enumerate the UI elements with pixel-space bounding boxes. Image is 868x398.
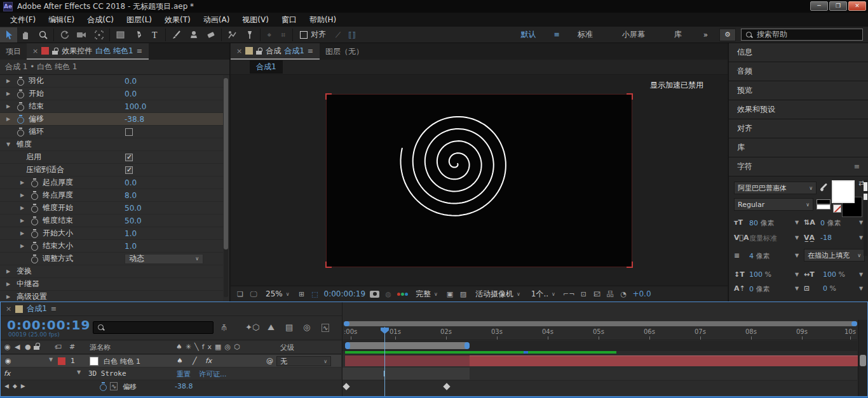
workspace-overflow-icon[interactable]: » (697, 30, 714, 39)
dropdown-caret-icon[interactable]: ▼ (795, 235, 799, 241)
expand-icon[interactable]: ▶ (6, 91, 17, 96)
stopwatch-icon[interactable] (31, 255, 39, 263)
expand-icon[interactable]: ▶ (20, 230, 31, 236)
expand-icon[interactable]: ▶ (6, 269, 17, 274)
grid-guides-icon[interactable]: ⊞ (297, 290, 306, 298)
panel-menu-icon[interactable]: ≡ (51, 305, 57, 313)
collapse-icon[interactable]: ▼ (49, 357, 53, 362)
clone-stamp-tool[interactable] (185, 27, 202, 43)
comp-breadcrumb-chip[interactable]: 合成1 (250, 60, 283, 74)
composition-stage[interactable]: 显示加速已禁用 (231, 75, 728, 286)
timeline-search-box[interactable] (93, 321, 214, 334)
show-channel-icon[interactable] (397, 293, 408, 296)
property-row-end[interactable]: ▶结束100.0 (0, 100, 223, 113)
composition-mini-flowchart-icon[interactable]: ⫚ (222, 322, 227, 333)
magnification-dropdown[interactable]: 25%∨ (262, 289, 293, 299)
stopwatch-icon[interactable] (17, 128, 25, 136)
property-row-end-thickness[interactable]: ▶终点厚度8.0 (0, 189, 223, 202)
menu-view[interactable]: 视图(V) (236, 13, 275, 27)
expand-icon[interactable]: ▶ (20, 218, 31, 223)
expand-icon[interactable]: ▶ (6, 294, 17, 300)
property-value[interactable]: -38.8 (175, 382, 193, 390)
composition-frame[interactable] (326, 94, 632, 267)
expand-icon[interactable]: ▶ (6, 78, 17, 84)
expand-icon[interactable]: ▶ (6, 281, 17, 287)
effect-row[interactable]: fx ▼ 3D Stroke 重置 许可证... (1, 368, 341, 380)
expand-icon[interactable]: ▶ (20, 180, 31, 185)
effects-switch-icon[interactable]: fx (205, 357, 212, 365)
stopwatch-icon[interactable] (17, 102, 25, 111)
camera-dropdown[interactable]: 活动摄像机∨ (472, 288, 524, 300)
effect-controls-scrollbar[interactable] (224, 78, 228, 297)
workspace-settings-icon[interactable]: ⚙ (719, 29, 736, 41)
index-column-icon[interactable]: # (69, 343, 75, 351)
dropdown-caret-icon[interactable]: ▼ (859, 235, 863, 241)
loop-checkbox[interactable] (125, 128, 133, 136)
property-row-compress[interactable]: 压缩到适合 (0, 164, 223, 176)
restore-button[interactable]: ❐ (829, 1, 847, 11)
region-of-interest-icon[interactable]: ⬚ (311, 290, 320, 298)
group-row-repeater[interactable]: ▶中继器 (0, 278, 223, 291)
panel-menu-icon[interactable]: ≡ (308, 47, 314, 55)
eye-icon[interactable]: ◉ (5, 357, 11, 365)
label-column-icon[interactable]: 🏷 (55, 343, 62, 351)
kerning-value[interactable]: 度量标准 (749, 234, 777, 243)
share-view-icon[interactable]: ⌐¬ (563, 290, 574, 298)
set-white-swatch[interactable] (817, 204, 831, 209)
dropdown-caret-icon[interactable]: ▼ (795, 286, 799, 291)
roto-brush-tool[interactable] (224, 27, 241, 43)
dropdown-caret-icon[interactable]: ▼ (859, 272, 863, 277)
tab-close-icon[interactable]: × (236, 47, 242, 55)
stopwatch-icon[interactable] (31, 216, 39, 225)
group-row-taper[interactable]: ▼锥度 (0, 138, 223, 151)
frame-blending-icon[interactable]: ▤ (285, 322, 293, 332)
view-layout-dropdown[interactable]: 1个..∨ (528, 288, 559, 300)
marquee-option-icon[interactable]: ⟦⟧ (345, 30, 359, 39)
motion-blur-icon[interactable]: ◎ (303, 322, 310, 332)
property-row-start-thickness[interactable]: ▶起点厚度0.0 (0, 176, 223, 189)
effect-duration-block[interactable] (342, 368, 470, 380)
panel-menu-icon[interactable]: ≡ (137, 47, 143, 55)
source-name-column[interactable]: 源名称 (90, 343, 111, 352)
panel-info[interactable]: 信息 (729, 43, 868, 62)
menu-animation[interactable]: 动画(A) (197, 13, 236, 27)
work-area-row[interactable] (342, 341, 857, 351)
collapse-icon[interactable]: ▼ (6, 142, 17, 147)
property-row-feather[interactable]: ▶羽化0.0 (0, 75, 223, 88)
property-row-taper-start[interactable]: ▶锥度开始50.0 (0, 202, 223, 215)
snap-checkbox[interactable] (300, 31, 308, 39)
corner-handle-icon[interactable] (627, 93, 633, 100)
menu-file[interactable]: 文件(F) (4, 13, 42, 27)
parent-dropdown[interactable]: 无∨ (276, 356, 331, 366)
puppet-pin-tool[interactable] (241, 27, 258, 43)
hand-tool[interactable] (17, 27, 34, 43)
panel-effects-presets[interactable]: 效果和预设 (729, 100, 868, 119)
rotation-tool[interactable] (56, 27, 73, 43)
stopwatch-icon[interactable] (17, 77, 25, 86)
menu-window[interactable]: 窗口 (275, 13, 303, 27)
keyframe-track-row[interactable] (342, 380, 857, 392)
stopwatch-icon[interactable] (17, 90, 25, 98)
effect-track-row[interactable]: I (342, 368, 857, 380)
dropdown-caret-icon[interactable]: ▼ (795, 253, 799, 258)
right-panel-scrollbar[interactable] (864, 180, 867, 256)
workspace-library[interactable]: 库 (660, 29, 696, 40)
timeline-navigator-bar[interactable] (344, 321, 857, 326)
expand-icon[interactable]: ▶ (20, 243, 31, 249)
menu-layer[interactable]: 图层(L) (120, 13, 158, 27)
horizontal-scale-value[interactable]: 100 % (823, 270, 845, 279)
time-ruler[interactable]: :00s 01s 02s 03s 04s 05s 06s 07s 08s 09s… (342, 327, 857, 340)
dropdown-caret-icon[interactable]: ▼ (859, 220, 863, 225)
timeline-tab-label[interactable]: 合成1 (27, 303, 47, 314)
lock-icon[interactable] (52, 48, 58, 55)
stopwatch-icon-active[interactable] (99, 382, 107, 391)
corner-handle-icon[interactable] (627, 262, 633, 268)
transparency-grid-icon[interactable]: ▨ (459, 290, 468, 298)
adjust-mode-dropdown[interactable]: 动态∨ (125, 254, 203, 264)
panel-preview[interactable]: 预览 (729, 81, 868, 100)
tab-close-icon[interactable]: × (6, 305, 11, 313)
compress-checkbox[interactable] (125, 166, 133, 174)
target-region-icon[interactable]: ▣ (445, 290, 454, 298)
corner-handle-icon[interactable] (325, 93, 332, 100)
fill-color-swatch[interactable] (832, 180, 855, 203)
